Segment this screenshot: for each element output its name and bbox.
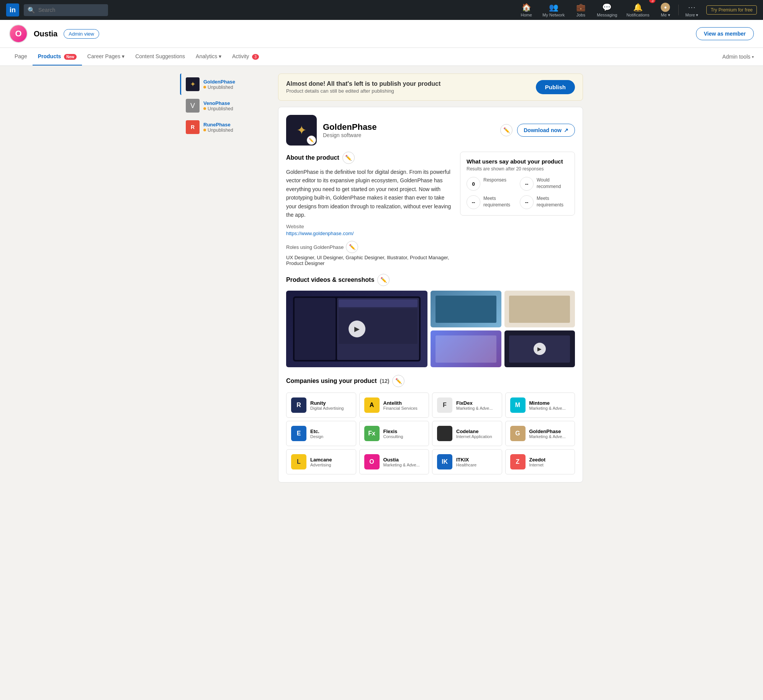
activity-badge: 3 [252, 54, 259, 60]
search-input[interactable] [38, 7, 104, 13]
edit-product-button[interactable]: ✏️ [500, 124, 512, 136]
publish-banner-title: Almost done! All that's left is to publi… [286, 80, 440, 87]
company-name-etc: Etc. [310, 429, 323, 434]
edit-about-button[interactable]: ✏️ [342, 152, 355, 164]
nav-item-more[interactable]: ⋯ More ▾ [680, 0, 703, 21]
edit-logo-button[interactable]: ✏️ [307, 136, 316, 145]
jobs-icon: 💼 [576, 3, 586, 12]
company-type-oustia: Marketing & Adve... [383, 463, 420, 467]
nav-item-jobs[interactable]: 💼 Jobs [569, 0, 592, 20]
company-name-oustia: Oustia [383, 457, 420, 463]
video-thumb-3[interactable] [431, 330, 501, 367]
company-card-mintome[interactable]: M Mintome Marketing & Adve... [505, 393, 575, 418]
company-name-flexis: Flexis [383, 429, 403, 434]
company-card-zeedot[interactable]: Z Zeedot Internet [505, 449, 575, 474]
video-thumb-2[interactable] [504, 291, 575, 327]
company-card-lamcane[interactable]: L Lamcane Advertising [286, 449, 356, 474]
play-button-4[interactable]: ▶ [534, 343, 546, 355]
company-type-etc: Design [310, 434, 323, 439]
nav-link-content-suggestions[interactable]: Content Suggestions [130, 48, 190, 65]
sidebar-product-name-venophase: VenoPhase [203, 100, 233, 106]
company-card-codelane[interactable]: Codelane Internet Application [432, 421, 502, 446]
sidebar-item-venophase[interactable]: V VenoPhase Unpublished [180, 95, 272, 116]
company-logo-oustia: O [364, 454, 380, 469]
publish-banner-text: Almost done! All that's left is to publi… [286, 80, 440, 94]
edit-companies-button[interactable]: ✏️ [392, 375, 404, 387]
network-icon: 👥 [549, 3, 558, 12]
admin-tools-menu[interactable]: Admin tools ▾ [722, 54, 754, 60]
sidebar-product-name-goldenphase: GoldenPhase [203, 79, 235, 85]
company-logo-codelane [437, 426, 452, 441]
edit-roles-button[interactable]: ✏️ [346, 241, 358, 253]
company-card-etc[interactable]: E Etc. Design [286, 421, 356, 446]
company-type-mintome: Marketing & Adve... [529, 406, 566, 411]
nav-item-me[interactable]: ● Me ▾ [654, 0, 677, 21]
publish-banner-subtitle: Product details can still be edited afte… [286, 88, 440, 94]
nav-item-notifications[interactable]: 🔔 Notifications 3 [622, 0, 654, 20]
sidebar-product-status-goldenphase: Unpublished [203, 85, 235, 90]
nav-divider [678, 5, 679, 15]
sidebar-product-info-runephase: RunePhase Unpublished [203, 122, 233, 133]
edit-videos-button[interactable]: ✏️ [377, 274, 390, 286]
nav-link-analytics[interactable]: Analytics ▾ [190, 48, 227, 65]
roles-text: UX Designer, UI Designer, Graphic Design… [286, 255, 452, 266]
sidebar-item-goldenphase[interactable]: ✦ GoldenPhase Unpublished [180, 74, 272, 95]
company-card-itkix[interactable]: IK ITKIX Healthcare [432, 449, 502, 474]
nav-label-more: More ▾ [685, 13, 698, 18]
nav-link-products[interactable]: Products New [33, 48, 82, 65]
sidebar-product-status-venophase: Unpublished [203, 106, 233, 111]
admin-tools-chevron-icon: ▾ [752, 55, 754, 59]
company-name-lamcane: Lamcane [310, 457, 332, 463]
publish-button[interactable]: Publish [536, 80, 575, 94]
sub-navigation: Page Products New Career Pages ▾ Content… [0, 48, 763, 66]
video-thumb-4[interactable]: ▶ [504, 330, 575, 367]
company-logo-flexis: Fx [364, 426, 380, 441]
nav-item-home[interactable]: 🏠 Home [515, 0, 538, 20]
download-now-button[interactable]: Download now ↗ [517, 124, 575, 137]
sidebar-item-runephase[interactable]: R RunePhase Unpublished [180, 116, 272, 138]
videos-section: Product videos & screenshots ✏️ [286, 274, 575, 367]
company-name-codelane: Codelane [456, 429, 492, 434]
video-thumb-main[interactable]: ▶ [286, 291, 427, 367]
company-logo-antelith: A [364, 397, 380, 413]
company-type-runity: Digital Advertising [310, 406, 344, 411]
play-button-main[interactable]: ▶ [349, 321, 365, 337]
company-card-antelith[interactable]: A Antelith Financial Services [359, 393, 429, 418]
chevron-down-icon: ▾ [122, 53, 124, 59]
company-card-oustia[interactable]: O Oustia Marketing & Adve... [359, 449, 429, 474]
product-card: ✦ ✏️ GoldenPhase Design software ✏️ Down… [278, 107, 583, 482]
main-content: ✦ GoldenPhase Unpublished V VenoPhase Un… [171, 66, 592, 490]
review-label-recommend: Would recommend [537, 177, 568, 190]
nav-label-network: My Network [542, 13, 565, 17]
right-content: Almost done! All that's left is to publi… [278, 74, 583, 482]
admin-view-badge: Admin view [64, 29, 99, 39]
home-icon: 🏠 [522, 3, 531, 12]
publish-banner: Almost done! All that's left is to publi… [278, 74, 583, 101]
review-count-meets1: -- [467, 195, 480, 209]
companies-section-title: Companies using your product (12) ✏️ [286, 375, 575, 387]
avatar: ● [661, 3, 670, 12]
search-box[interactable]: 🔍 [24, 4, 108, 16]
nav-link-activity[interactable]: Activity 3 [227, 48, 264, 65]
nav-item-messaging[interactable]: 💬 Messaging [592, 0, 622, 20]
company-card-goldenphase[interactable]: G GoldenPhase Marketing & Adve... [505, 421, 575, 446]
nav-link-career-pages[interactable]: Career Pages ▾ [82, 48, 130, 65]
try-premium-button[interactable]: Try Premium for free [706, 5, 757, 15]
company-name-itkix: ITKIX [456, 457, 476, 463]
companies-section: Companies using your product (12) ✏️ R R… [286, 375, 575, 474]
company-info-flexis: Flexis Consulting [383, 429, 403, 439]
company-info-itkix: ITKIX Healthcare [456, 457, 476, 467]
company-logo-runity: R [291, 397, 306, 413]
company-card-runity[interactable]: R Runity Digital Advertising [286, 393, 356, 418]
company-card-flexis[interactable]: Fx Flexis Consulting [359, 421, 429, 446]
roles-label: Roles using GoldenPhase ✏️ [286, 241, 452, 253]
nav-link-page[interactable]: Page [9, 48, 33, 65]
company-card-fixdex[interactable]: F FixDex Marketing & Adve... [432, 393, 502, 418]
website-link[interactable]: https://www.goldenphase.com/ [286, 231, 354, 236]
review-label-meets1: Meets requirements [483, 195, 515, 208]
company-type-lamcane: Advertising [310, 463, 332, 467]
video-thumb-1[interactable] [431, 291, 501, 327]
view-as-member-button[interactable]: View as member [696, 27, 754, 40]
nav-item-network[interactable]: 👥 My Network [538, 0, 569, 20]
videos-grid: ▶ [286, 291, 575, 367]
